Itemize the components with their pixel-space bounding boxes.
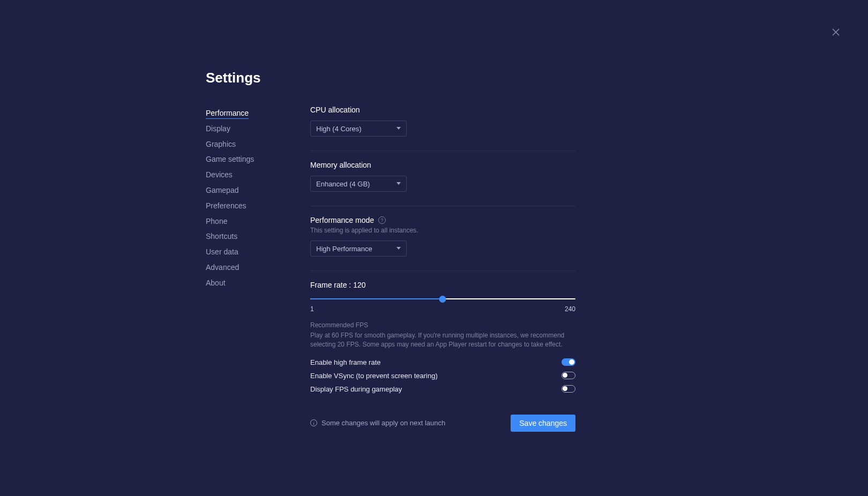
sidebar-item-user-data[interactable]: User data: [206, 244, 310, 260]
frame-rate-max: 240: [565, 305, 575, 313]
memory-allocation-value: Enhanced (4 GB): [316, 180, 370, 188]
frame-rate-label: Frame rate : 120: [310, 281, 575, 289]
sidebar-item-game-settings[interactable]: Game settings: [206, 152, 310, 167]
sidebar-item-about[interactable]: About: [206, 275, 310, 291]
performance-mode-value: High Performance: [316, 245, 372, 253]
sidebar-item-preferences[interactable]: Preferences: [206, 198, 310, 214]
memory-allocation-label: Memory allocation: [310, 161, 575, 169]
slider-thumb[interactable]: [439, 296, 446, 303]
sidebar-item-display[interactable]: Display: [206, 121, 310, 137]
settings-sidebar: Performance Display Graphics Game settin…: [206, 106, 310, 432]
close-icon: [832, 28, 840, 36]
frame-rate-slider[interactable]: [310, 295, 575, 304]
enable-vsync-label: Enable VSync (to prevent screen tearing): [310, 372, 438, 380]
frame-rate-min: 1: [310, 305, 314, 313]
sidebar-item-devices[interactable]: Devices: [206, 167, 310, 183]
help-icon[interactable]: ?: [378, 216, 386, 224]
close-button[interactable]: [829, 26, 842, 39]
sidebar-item-phone[interactable]: Phone: [206, 214, 310, 229]
footer-note: i Some changes will apply on next launch: [310, 419, 445, 427]
sidebar-item-advanced[interactable]: Advanced: [206, 260, 310, 275]
performance-mode-dropdown[interactable]: High Performance: [310, 241, 407, 257]
sidebar-item-shortcuts[interactable]: Shortcuts: [206, 229, 310, 244]
cpu-allocation-dropdown[interactable]: High (4 Cores): [310, 121, 407, 137]
memory-allocation-dropdown[interactable]: Enhanced (4 GB): [310, 176, 407, 192]
save-changes-button[interactable]: Save changes: [511, 415, 575, 432]
divider: [310, 151, 575, 151]
slider-fill: [310, 298, 443, 299]
chevron-down-icon: [396, 182, 401, 185]
cpu-allocation-label: CPU allocation: [310, 106, 575, 114]
settings-main-panel: CPU allocation High (4 Cores) Memory all…: [310, 106, 575, 432]
chevron-down-icon: [396, 247, 401, 250]
display-fps-label: Display FPS during gameplay: [310, 385, 402, 393]
performance-mode-sublabel: This setting is applied to all instances…: [310, 227, 575, 234]
divider: [310, 270, 575, 271]
enable-high-frame-rate-label: Enable high frame rate: [310, 358, 381, 366]
recommended-fps-body: Play at 60 FPS for smooth gameplay. If y…: [310, 331, 575, 350]
cpu-allocation-value: High (4 Cores): [316, 125, 362, 133]
chevron-down-icon: [396, 127, 401, 130]
divider: [310, 206, 575, 206]
sidebar-item-graphics[interactable]: Graphics: [206, 137, 310, 152]
display-fps-toggle[interactable]: [562, 385, 575, 393]
recommended-fps-title: Recommended FPS: [310, 321, 575, 329]
enable-vsync-toggle[interactable]: [562, 372, 575, 379]
performance-mode-label: Performance mode ?: [310, 216, 575, 224]
page-title: Settings: [206, 70, 575, 86]
sidebar-item-performance[interactable]: Performance: [206, 106, 310, 121]
sidebar-item-gamepad[interactable]: Gamepad: [206, 183, 310, 198]
info-icon: i: [310, 419, 317, 426]
enable-high-frame-rate-toggle[interactable]: [562, 358, 575, 366]
